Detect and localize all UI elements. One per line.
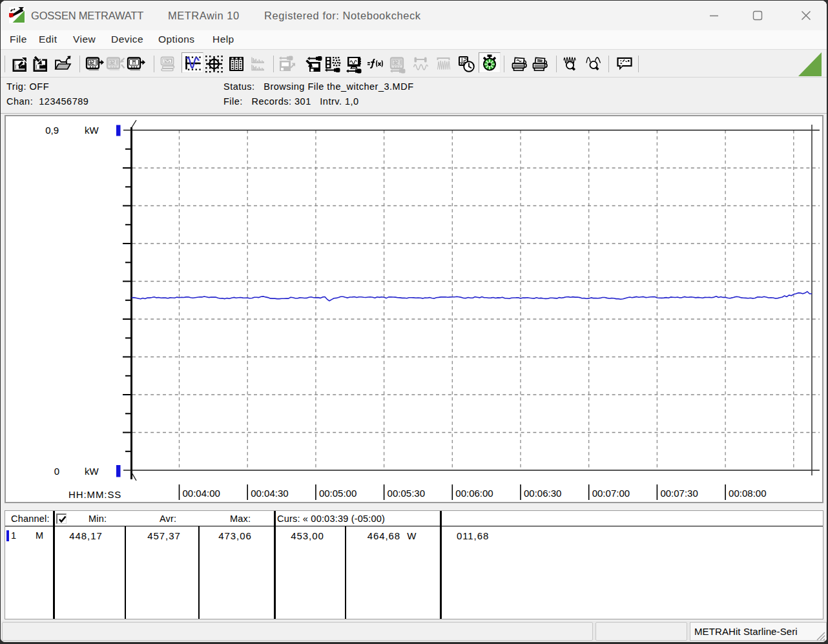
- col-channel: Channel:: [11, 514, 50, 524]
- svg-text:00:07:30: 00:07:30: [660, 488, 698, 499]
- svg-text:kW: kW: [85, 466, 99, 477]
- y-min-marker: [116, 465, 121, 477]
- row-delta: 011,68: [457, 530, 489, 541]
- table-divider: [274, 511, 276, 619]
- svg-text:00:08:00: 00:08:00: [729, 488, 766, 499]
- col-max: Max:: [230, 514, 251, 524]
- channel-color-marker: [6, 530, 9, 541]
- status-bar: METRAHit Starline-Seri: [1, 621, 827, 642]
- row-channel: 1: [11, 530, 16, 541]
- row-min: 448,17: [69, 530, 102, 541]
- app-window: GOSSEN METRAWATT METRAwin 10 Registered …: [1, 1, 827, 642]
- chart-area[interactable]: 00:04:0000:04:3000:05:0000:05:3000:06:00…: [5, 115, 823, 503]
- svg-text:00:06:00: 00:06:00: [455, 488, 493, 499]
- check-icon: [58, 515, 67, 524]
- table-divider: [125, 526, 126, 619]
- svg-text:00:06:30: 00:06:30: [524, 488, 561, 499]
- y-max-marker: [116, 125, 121, 136]
- col-min: Min:: [88, 514, 107, 524]
- table-divider: [198, 526, 200, 619]
- series-line: [132, 291, 812, 301]
- resize-grip[interactable]: [815, 630, 825, 641]
- statusbar-middle-panel: [595, 622, 687, 641]
- statusbar-message-panel: [2, 622, 593, 641]
- svg-text:00:04:30: 00:04:30: [251, 488, 288, 499]
- svg-text:0: 0: [54, 466, 59, 477]
- svg-text:00:07:00: 00:07:00: [592, 488, 630, 499]
- row-max: 473,06: [218, 530, 251, 541]
- table-header-underline: [5, 526, 823, 526]
- channel-checkbox[interactable]: [56, 514, 67, 524]
- svg-text:00:05:30: 00:05:30: [388, 488, 425, 499]
- svg-text:00:04:00: 00:04:00: [183, 488, 220, 499]
- svg-text:0,9: 0,9: [45, 125, 59, 136]
- col-avr: Avr:: [160, 514, 176, 524]
- device-name-panel: METRAHit Starline-Seri: [690, 622, 827, 641]
- row-cursor-left: 453,00: [291, 530, 324, 541]
- table-divider: [440, 511, 442, 619]
- row-avr: 457,37: [147, 530, 180, 541]
- row-mode: M: [36, 530, 43, 541]
- values-table: Channel:Min:Avr:Max:Curs: « 00:03:39 (-0…: [5, 510, 823, 619]
- row-cursor-right: 464,68 W: [367, 530, 417, 541]
- table-divider: [53, 511, 55, 619]
- col-cursor: Curs: « 00:03:39 (-05:00): [277, 514, 385, 524]
- svg-text:00:05:00: 00:05:00: [319, 488, 357, 499]
- table-divider: [345, 526, 346, 619]
- svg-text:kW: kW: [85, 125, 99, 136]
- svg-text:HH:MM:SS: HH:MM:SS: [68, 489, 121, 500]
